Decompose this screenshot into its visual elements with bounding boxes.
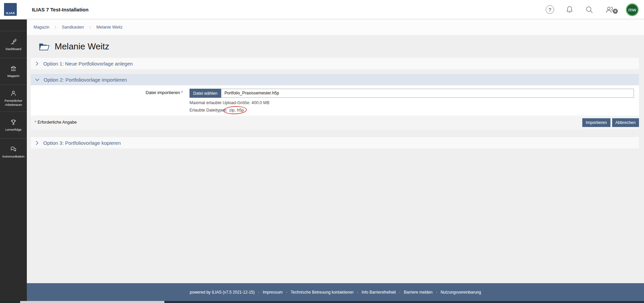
horizontal-scrollbar[interactable] — [0, 301, 644, 303]
form-command-row: *Erforderliche Angabe Importieren Abbrec… — [31, 116, 639, 130]
choose-file-button[interactable]: Datei wählen — [190, 89, 221, 98]
who-is-online-button[interactable]: 9 — [605, 5, 615, 14]
max-upload-note: Maximal erlaubte Upload-Größe: 400.0 MB — [190, 100, 269, 105]
breadcrumb-melanie-weitz[interactable]: Melanie Weitz — [96, 25, 122, 30]
ilias-logo[interactable]: ILIAS — [4, 3, 17, 16]
allowed-types-label: Erlaubte Dateitypen: — [190, 108, 227, 113]
help-icon: ? — [546, 5, 554, 14]
import-form-panel: Datei importieren* Datei wählen Portfoli… — [31, 85, 639, 116]
sidebar-item-kommunikation[interactable]: Kommunikation — [0, 138, 27, 165]
cancel-button[interactable]: Abbrechen — [612, 118, 639, 127]
breadcrumb-bar: Magazin Sandkasten Melanie Weitz — [27, 19, 644, 35]
avatar-initials: mw — [628, 7, 636, 12]
page-title-row: Melanie Weitz — [39, 38, 109, 54]
main-sidebar: Dashboard Magazin Persönlicher Arbeitsra… — [0, 19, 27, 303]
help-button[interactable]: ? — [546, 5, 554, 14]
footer-link-technische-betreuung[interactable]: Technische Betreuung kontaktieren — [291, 290, 354, 295]
breadcrumb-sandkasten[interactable]: Sandkasten — [62, 25, 84, 30]
footer: powered by ILIAS (v7.5 2021-12-15) · Imp… — [27, 283, 644, 301]
scrollbar-corner — [0, 301, 20, 303]
file-input-label: Datei importieren* — [31, 90, 183, 95]
sidebar-item-magazin[interactable]: Magazin — [0, 58, 27, 85]
footer-link-info-barrierefreiheit[interactable]: Info Barrierefreiheit — [362, 290, 396, 295]
accordion-option-2[interactable]: Option 2: Portfoliovorlage importieren — [31, 74, 639, 85]
powered-by-link[interactable]: powered by ILIAS (v7.5 2021-12-15) — [190, 290, 255, 295]
required-asterisk: * — [181, 90, 183, 95]
person-icon — [10, 90, 17, 97]
footer-separator: · — [399, 290, 400, 295]
accordion-option-3[interactable]: Option 3: Portfoliovorlage kopieren — [31, 137, 639, 148]
accordion-option-1[interactable]: Option 1: Neue Portfoliovorlage anlegen — [31, 58, 639, 69]
notifications-button[interactable] — [565, 5, 574, 14]
top-header: ILIAS ILIAS 7 Test-Installation ? — [0, 0, 644, 19]
chevron-right-icon — [35, 140, 40, 145]
sidebar-item-lernerfolge[interactable]: Lernerfolge — [0, 112, 27, 138]
accordion-label: Option 3: Portfoliovorlage kopieren — [43, 140, 121, 146]
selected-file-name[interactable]: Portfolio_Praxissemester.h5p — [221, 89, 634, 98]
footer-link-impressum[interactable]: Impressum — [263, 290, 282, 295]
user-avatar[interactable]: mw — [626, 3, 639, 16]
main-content: Melanie Weitz Option 1: Neue Portfoliovo… — [27, 35, 644, 283]
chevron-right-icon — [35, 61, 40, 66]
bank-icon — [10, 65, 17, 72]
trophy-icon — [10, 119, 17, 126]
required-field-note: *Erforderliche Angabe — [35, 120, 77, 125]
desk-lamp-icon — [10, 38, 17, 45]
sidebar-item-label: Lernerfolge — [5, 128, 21, 132]
sidebar-item-label: Persönlicher Arbeitsraum — [1, 99, 26, 107]
accordion-label: Option 1: Neue Portfoliovorlage anlegen — [43, 61, 133, 67]
required-note-text: Erforderliche Angabe — [38, 120, 77, 125]
import-button[interactable]: Importieren — [582, 118, 610, 127]
breadcrumb: Magazin Sandkasten Melanie Weitz — [27, 19, 644, 35]
footer-separator: · — [286, 290, 287, 295]
sidebar-item-persoenlicher-arbeitsraum[interactable]: Persönlicher Arbeitsraum — [0, 85, 27, 112]
sidebar-item-label: Dashboard — [6, 47, 21, 51]
installation-title: ILIAS 7 Test-Installation — [32, 0, 89, 19]
file-upload-control: Datei wählen Portfolio_Praxissemester.h5… — [190, 89, 634, 98]
breadcrumb-magazin[interactable]: Magazin — [34, 25, 49, 30]
folder-icon — [39, 42, 50, 51]
form-buttons: Importieren Abbrechen — [582, 118, 639, 127]
footer-separator: · — [357, 290, 358, 295]
sidebar-item-label: Magazin — [7, 74, 19, 78]
ilias-logo-text: ILIAS — [4, 11, 17, 15]
footer-separator: · — [258, 290, 259, 295]
online-count-badge: 9 — [613, 9, 618, 14]
sidebar-item-dashboard[interactable]: Dashboard — [0, 31, 27, 58]
chevron-down-icon — [35, 77, 40, 82]
search-icon — [585, 5, 594, 14]
footer-separator: · — [436, 290, 437, 295]
allowed-types-value: zip, h5p — [229, 108, 244, 113]
required-asterisk: * — [35, 120, 36, 125]
page-title: Melanie Weitz — [55, 41, 109, 52]
allowed-types-note: Erlaubte Dateitypen:zip, h5p — [190, 108, 244, 113]
chevron-right-icon — [54, 26, 57, 29]
speech-bubbles-icon — [10, 145, 17, 153]
footer-link-barriere-melden[interactable]: Barriere melden — [404, 290, 432, 295]
scrollbar-thumb[interactable] — [20, 301, 164, 303]
bell-icon — [565, 5, 574, 14]
file-input-label-text: Datei importieren — [146, 90, 180, 95]
allowed-types-text: zip, h5p — [229, 108, 244, 113]
chevron-right-icon — [88, 26, 92, 29]
footer-link-nutzungsvereinbarung[interactable]: Nutzungsvereinbarung — [440, 290, 481, 295]
search-button[interactable] — [585, 5, 594, 14]
sidebar-item-label: Kommunikation — [2, 155, 24, 159]
accordion-label: Option 2: Portfoliovorlage importieren — [44, 77, 127, 83]
topbar-icon-group: ? 9 mw — [546, 0, 639, 19]
